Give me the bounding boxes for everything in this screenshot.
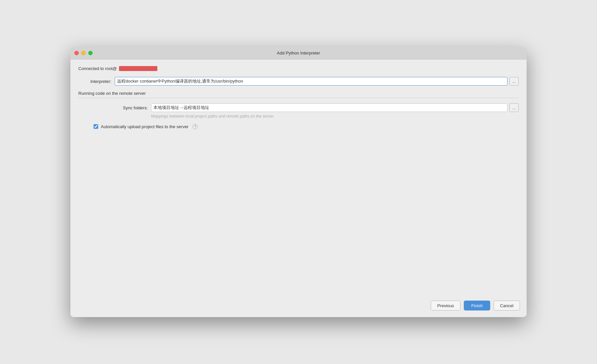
auto-upload-row: Automatically upload project files to th… — [94, 124, 519, 129]
interpreter-label: Interpreter: — [78, 79, 111, 84]
dialog-title: Add Python Interpreter — [277, 51, 320, 55]
maximize-button[interactable] — [88, 51, 93, 55]
close-button[interactable] — [74, 51, 79, 55]
sync-folders-browse-button[interactable]: ... — [509, 103, 519, 112]
window-controls — [74, 51, 93, 55]
sync-folders-input[interactable] — [151, 103, 507, 112]
connected-address-redacted — [119, 66, 157, 71]
sync-folders-row: Sync folders: ... — [78, 103, 519, 112]
interpreter-browse-button[interactable]: ... — [509, 77, 519, 86]
sync-folders-label: Sync folders: — [78, 105, 148, 110]
interpreter-row: Interpreter: ... — [78, 77, 519, 86]
interpreter-input-wrapper: ... — [115, 77, 519, 86]
sync-folders-hint: Mappings between local project paths and… — [151, 114, 519, 119]
finish-button[interactable]: Finish — [464, 301, 490, 310]
title-bar: Add Python Interpreter — [70, 47, 527, 59]
dialog-window: Add Python Interpreter Connected to root… — [70, 47, 527, 317]
section-title: Running code on the remote server — [78, 91, 519, 98]
help-icon[interactable]: ? — [192, 124, 198, 129]
minimize-button[interactable] — [81, 51, 86, 55]
sync-section: Sync folders: ... Mappings between local… — [78, 103, 519, 119]
auto-upload-label: Automatically upload project files to th… — [101, 124, 188, 129]
dialog-content: Connected to root@ Interpreter: ... Runn… — [70, 59, 527, 317]
interpreter-input[interactable] — [115, 77, 507, 86]
previous-button[interactable]: Previous — [431, 301, 460, 310]
dialog-footer: Previous Finish Cancel — [431, 301, 520, 310]
connected-prefix: Connected to root@ — [78, 66, 117, 71]
auto-upload-checkbox[interactable] — [94, 124, 98, 129]
sync-folders-input-wrapper: ... — [151, 103, 519, 112]
cancel-button[interactable]: Cancel — [494, 301, 520, 310]
connected-info: Connected to root@ — [78, 66, 519, 71]
